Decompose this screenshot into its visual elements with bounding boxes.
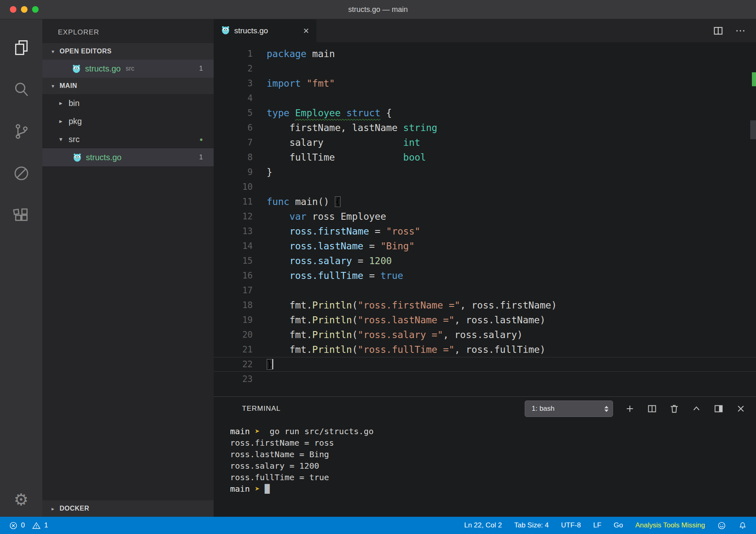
code-line-2[interactable]: 2 — [214, 61, 756, 76]
code-line-9[interactable]: 9} — [214, 165, 756, 180]
encoding-indicator[interactable]: UTF-8 — [561, 521, 581, 529]
line-number[interactable]: 20 — [214, 327, 253, 342]
code-line-3[interactable]: 3import "fmt" — [214, 76, 756, 91]
split-editor-icon[interactable] — [712, 25, 724, 37]
explorer-activity-button[interactable] — [0, 27, 42, 69]
tree-item-pkg[interactable]: ▸pkg — [42, 112, 214, 130]
line-number[interactable]: 13 — [214, 224, 253, 239]
problems-warnings[interactable]: 1 — [32, 521, 48, 530]
line-number[interactable]: 11 — [214, 194, 253, 209]
tab-size-indicator[interactable]: Tab Size: 4 — [514, 521, 549, 529]
debug-activity-button[interactable] — [0, 152, 42, 194]
open-editors-header[interactable]: ▾ OPEN EDITORS — [42, 43, 214, 60]
code-line-16[interactable]: 16 ross.fullTime = true — [214, 268, 756, 283]
chevron-down-icon: ▾ — [50, 48, 56, 55]
minimize-window-button[interactable] — [21, 6, 28, 13]
extensions-icon — [12, 206, 30, 224]
code-line-5[interactable]: 5type Employee struct { — [214, 106, 756, 120]
source-control-activity-button[interactable] — [0, 110, 42, 152]
code-line-21[interactable]: 21 fmt.Println("ross.fullTime =", ross.f… — [214, 342, 756, 357]
line-number[interactable]: 8 — [214, 150, 253, 165]
line-number[interactable]: 3 — [214, 76, 253, 91]
line-number[interactable]: 7 — [214, 135, 253, 150]
line-number[interactable]: 14 — [214, 239, 253, 253]
code-line-17[interactable]: 17 — [214, 283, 756, 298]
line-number[interactable]: 1 — [214, 46, 253, 61]
editor-scrollbar[interactable] — [750, 120, 756, 139]
line-number[interactable]: 21 — [214, 342, 253, 357]
line-number[interactable]: 15 — [214, 253, 253, 268]
code-line-1[interactable]: 1package main — [214, 46, 756, 61]
code-line-6[interactable]: 6 firstName, lastName string — [214, 120, 756, 135]
status-bar: 0 1 Ln 22, Col 2 Tab Size: 4 UTF-8 LF Go… — [0, 517, 756, 534]
terminal-title: TERMINAL — [242, 405, 281, 413]
window-title: structs.go — main — [348, 5, 408, 14]
code-line-10[interactable]: 10 — [214, 180, 756, 194]
chevron-right-icon: ▸ — [56, 117, 65, 125]
line-number[interactable]: 16 — [214, 268, 253, 283]
folder-section-header[interactable]: ▾ MAIN — [42, 78, 214, 94]
code-line-8[interactable]: 8 fullTime bool — [214, 150, 756, 165]
problems-errors[interactable]: 0 — [9, 521, 25, 530]
tree-item-src[interactable]: ▾src● — [42, 130, 214, 148]
code-line-11[interactable]: 11func main() { — [214, 194, 756, 209]
language-mode[interactable]: Go — [614, 521, 623, 529]
code-line-15[interactable]: 15 ross.salary = 1200 — [214, 253, 756, 268]
tab-structs-go[interactable]: structs.go × — [214, 19, 316, 42]
code-line-20[interactable]: 20 fmt.Println("ross.salary =", ross.sal… — [214, 327, 756, 342]
terminal-line-5: ross.fullTime = true — [230, 472, 756, 483]
code-line-19[interactable]: 19 fmt.Println("ross.lastName =", ross.l… — [214, 313, 756, 327]
code-line-14[interactable]: 14 ross.lastName = "Bing" — [214, 239, 756, 253]
code-line-23[interactable]: 23 — [214, 372, 756, 387]
extensions-activity-button[interactable] — [0, 194, 42, 236]
kill-terminal-trash-icon[interactable] — [669, 403, 680, 414]
feedback-smiley-icon[interactable] — [717, 521, 726, 530]
search-activity-button[interactable] — [0, 69, 42, 110]
line-number[interactable]: 17 — [214, 283, 253, 298]
close-window-button[interactable] — [10, 6, 16, 13]
zoom-window-button[interactable] — [32, 6, 39, 13]
go-gopher-icon — [221, 25, 230, 35]
line-number[interactable]: 23 — [214, 372, 253, 387]
open-editor-structs.go[interactable]: structs.gosrc1 — [42, 60, 214, 78]
eol-indicator[interactable]: LF — [593, 521, 602, 529]
code-line-22[interactable]: 22} — [214, 357, 756, 372]
terminal-shell-select[interactable]: 1: bash — [525, 400, 613, 417]
tree-item-structs.go[interactable]: structs.go1 — [42, 148, 214, 166]
analysis-tools-message[interactable]: Analysis Tools Missing — [635, 521, 705, 529]
more-actions-icon[interactable] — [735, 25, 746, 37]
code-line-4[interactable]: 4 — [214, 91, 756, 106]
line-number[interactable]: 9 — [214, 165, 253, 180]
line-number[interactable]: 19 — [214, 313, 253, 327]
line-number[interactable]: 18 — [214, 298, 253, 313]
code-line-7[interactable]: 7 salary int — [214, 135, 756, 150]
line-number[interactable]: 10 — [214, 180, 253, 194]
settings-gear-icon[interactable]: ⚙ — [14, 491, 29, 508]
notifications-bell-icon[interactable] — [738, 521, 747, 530]
files-icon — [12, 39, 30, 57]
close-panel-icon[interactable] — [735, 403, 746, 414]
line-number[interactable]: 2 — [214, 61, 253, 76]
code-lines: 1package main23import "fmt"45type Employ… — [214, 46, 756, 387]
cursor-position[interactable]: Ln 22, Col 2 — [464, 521, 502, 529]
go-gopher-icon — [72, 64, 81, 73]
maximize-panel-chevron-icon[interactable] — [691, 403, 702, 414]
code-line-13[interactable]: 13 ross.firstName = "ross" — [214, 224, 756, 239]
terminal-output[interactable]: main ➤ go run src/structs.goross.firstNa… — [214, 421, 756, 495]
code-line-12[interactable]: 12 var ross Employee — [214, 209, 756, 224]
code-editor[interactable]: 1package main23import "fmt"45type Employ… — [214, 42, 756, 396]
line-number[interactable]: 12 — [214, 209, 253, 224]
split-terminal-icon[interactable] — [647, 403, 657, 414]
line-number[interactable]: 6 — [214, 120, 253, 135]
terminal-line-1: main ➤ go run src/structs.go — [230, 426, 756, 437]
line-number[interactable]: 5 — [214, 106, 253, 120]
title-bar: structs.go — main — [0, 0, 756, 19]
tree-item-bin[interactable]: ▸bin — [42, 94, 214, 112]
new-terminal-icon[interactable] — [625, 403, 635, 414]
close-tab-icon[interactable]: × — [303, 26, 309, 36]
line-number[interactable]: 22 — [214, 357, 253, 372]
toggle-panel-icon[interactable] — [713, 403, 724, 414]
line-number[interactable]: 4 — [214, 91, 253, 106]
docker-section-header[interactable]: ▸ DOCKER — [42, 500, 214, 517]
code-line-18[interactable]: 18 fmt.Println("ross.firstName =", ross.… — [214, 298, 756, 313]
